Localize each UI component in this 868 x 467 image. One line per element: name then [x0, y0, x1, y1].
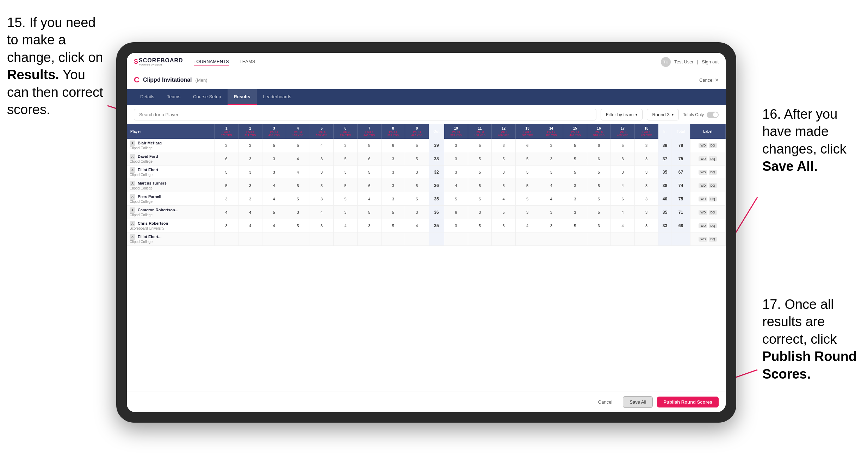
hole-17-score[interactable]: 6 [611, 192, 635, 206]
hole-1-score[interactable]: 5 [215, 166, 238, 179]
hole-15-score[interactable]: 3 [563, 192, 587, 206]
hole-14-score[interactable]: 3 [539, 166, 563, 179]
hole-10-score[interactable]: 3 [444, 219, 468, 232]
hole-13-score[interactable]: 5 [515, 152, 539, 166]
hole-9-score[interactable]: 3 [405, 166, 429, 179]
hole-14-score[interactable]: 3 [539, 152, 563, 166]
tab-course-setup[interactable]: Course Setup [187, 89, 228, 105]
wd-button[interactable]: WD [699, 237, 707, 242]
hole-12-score[interactable]: 3 [492, 219, 516, 232]
hole-7-score[interactable] [357, 232, 381, 246]
hole-16-score[interactable]: 5 [587, 192, 611, 206]
hole-4-score[interactable]: 4 [286, 166, 310, 179]
hole-15-score[interactable]: 5 [563, 219, 587, 232]
wd-button[interactable]: WD [699, 183, 707, 188]
hole-3-score[interactable] [262, 232, 286, 246]
nav-teams[interactable]: TEAMS [240, 57, 255, 66]
hole-12-score[interactable] [492, 232, 516, 246]
hole-11-score[interactable]: 5 [468, 139, 492, 152]
dq-button[interactable]: DQ [709, 223, 717, 228]
hole-3-score[interactable]: 3 [262, 166, 286, 179]
hole-18-score[interactable]: 3 [634, 166, 658, 179]
hole-13-score[interactable]: 5 [515, 192, 539, 206]
hole-2-score[interactable]: 3 [238, 192, 262, 206]
hole-6-score[interactable]: 3 [334, 206, 358, 219]
hole-11-score[interactable]: 3 [468, 206, 492, 219]
hole-6-score[interactable]: 3 [334, 166, 358, 179]
hole-18-score[interactable]: 3 [634, 206, 658, 219]
hole-15-score[interactable]: 3 [563, 206, 587, 219]
totals-only-toggle[interactable] [707, 112, 719, 118]
hole-7-score[interactable]: 6 [357, 152, 381, 166]
hole-16-score[interactable]: 5 [587, 179, 611, 192]
hole-16-score[interactable]: 3 [587, 219, 611, 232]
hole-1-score[interactable]: 5 [215, 179, 238, 192]
hole-8-score[interactable] [381, 232, 405, 246]
hole-6-score[interactable]: 5 [334, 179, 358, 192]
hole-18-score[interactable]: 3 [634, 219, 658, 232]
dq-button[interactable]: DQ [709, 210, 717, 215]
hole-12-score[interactable]: 4 [492, 192, 516, 206]
hole-11-score[interactable]: 5 [468, 152, 492, 166]
hole-6-score[interactable]: 5 [334, 192, 358, 206]
hole-12-score[interactable]: 5 [492, 152, 516, 166]
hole-13-score[interactable] [515, 232, 539, 246]
hole-7-score[interactable]: 5 [357, 206, 381, 219]
hole-17-score[interactable]: 4 [611, 179, 635, 192]
hole-7-score[interactable]: 5 [357, 166, 381, 179]
hole-11-score[interactable] [468, 232, 492, 246]
dq-button[interactable]: DQ [709, 143, 717, 148]
hole-1-score[interactable] [215, 232, 238, 246]
hole-18-score[interactable]: 3 [634, 152, 658, 166]
hole-8-score[interactable]: 6 [381, 139, 405, 152]
hole-5-score[interactable] [310, 232, 334, 246]
dq-button[interactable]: DQ [709, 170, 717, 175]
hole-6-score[interactable] [334, 232, 358, 246]
sign-out-link[interactable]: Sign out [702, 58, 719, 66]
hole-1-score[interactable]: 3 [215, 139, 238, 152]
hole-12-score[interactable]: 3 [492, 139, 516, 152]
hole-3-score[interactable]: 5 [262, 139, 286, 152]
hole-10-score[interactable] [444, 232, 468, 246]
hole-1-score[interactable]: 3 [215, 192, 238, 206]
hole-3-score[interactable]: 3 [262, 152, 286, 166]
search-input[interactable] [134, 109, 596, 120]
hole-9-score[interactable]: 5 [405, 152, 429, 166]
hole-5-score[interactable]: 4 [310, 139, 334, 152]
hole-13-score[interactable]: 5 [515, 179, 539, 192]
hole-11-score[interactable]: 5 [468, 219, 492, 232]
hole-10-score[interactable]: 3 [444, 139, 468, 152]
hole-3-score[interactable]: 5 [262, 206, 286, 219]
hole-4-score[interactable]: 5 [286, 219, 310, 232]
hole-9-score[interactable]: 4 [405, 219, 429, 232]
hole-12-score[interactable]: 3 [492, 166, 516, 179]
hole-2-score[interactable] [238, 232, 262, 246]
round-dropdown[interactable]: Round 3 ▾ [647, 109, 678, 120]
hole-17-score[interactable]: 4 [611, 206, 635, 219]
hole-9-score[interactable]: 5 [405, 192, 429, 206]
hole-10-score[interactable]: 6 [444, 206, 468, 219]
hole-4-score[interactable] [286, 232, 310, 246]
hole-13-score[interactable]: 4 [515, 219, 539, 232]
hole-5-score[interactable]: 3 [310, 152, 334, 166]
hole-17-score[interactable]: 3 [611, 152, 635, 166]
hole-14-score[interactable]: 3 [539, 206, 563, 219]
hole-14-score[interactable]: 3 [539, 139, 563, 152]
hole-2-score[interactable]: 3 [238, 179, 262, 192]
hole-1-score[interactable]: 4 [215, 206, 238, 219]
hole-9-score[interactable]: 5 [405, 179, 429, 192]
hole-16-score[interactable]: 5 [587, 206, 611, 219]
hole-9-score[interactable]: 3 [405, 206, 429, 219]
hole-10-score[interactable]: 4 [444, 179, 468, 192]
hole-15-score[interactable]: 5 [563, 152, 587, 166]
hole-4-score[interactable]: 5 [286, 179, 310, 192]
hole-15-score[interactable]: 5 [563, 139, 587, 152]
hole-18-score[interactable]: 3 [634, 192, 658, 206]
hole-5-score[interactable]: 4 [310, 206, 334, 219]
hole-13-score[interactable]: 5 [515, 166, 539, 179]
tab-teams[interactable]: Teams [161, 89, 187, 105]
hole-14-score[interactable]: 4 [539, 179, 563, 192]
hole-15-score[interactable]: 5 [563, 166, 587, 179]
wd-button[interactable]: WD [699, 156, 707, 161]
hole-11-score[interactable]: 5 [468, 166, 492, 179]
